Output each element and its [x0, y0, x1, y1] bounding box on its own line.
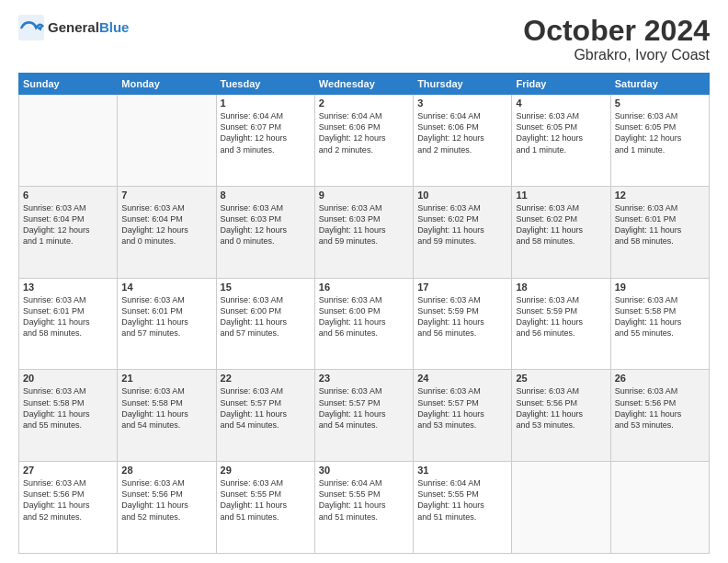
day-number: 25 [516, 373, 606, 384]
calendar-cell: 11Sunrise: 6:03 AM Sunset: 6:02 PM Dayli… [512, 186, 610, 278]
day-info: Sunrise: 6:03 AM Sunset: 6:05 PM Dayligh… [516, 110, 606, 155]
day-number: 17 [417, 282, 507, 293]
day-info: Sunrise: 6:03 AM Sunset: 6:03 PM Dayligh… [319, 202, 409, 247]
logo-general: General [48, 19, 99, 35]
calendar-week-row: 20Sunrise: 6:03 AM Sunset: 5:58 PM Dayli… [19, 370, 710, 462]
page-title: October 2024 [523, 15, 710, 47]
day-number: 27 [23, 465, 113, 476]
calendar-cell: 4Sunrise: 6:03 AM Sunset: 6:05 PM Daylig… [512, 95, 610, 187]
day-info: Sunrise: 6:03 AM Sunset: 5:58 PM Dayligh… [615, 294, 705, 339]
header-friday: Friday [512, 74, 610, 95]
calendar-cell: 15Sunrise: 6:03 AM Sunset: 6:00 PM Dayli… [216, 278, 314, 370]
day-number: 14 [121, 282, 211, 293]
day-number: 28 [121, 465, 211, 476]
day-number: 24 [417, 373, 507, 384]
day-info: Sunrise: 6:04 AM Sunset: 6:06 PM Dayligh… [319, 110, 409, 155]
day-number: 22 [221, 373, 311, 384]
day-info: Sunrise: 6:03 AM Sunset: 5:56 PM Dayligh… [23, 477, 113, 523]
day-number: 21 [121, 373, 211, 384]
day-number: 26 [615, 373, 705, 384]
calendar-cell: 9Sunrise: 6:03 AM Sunset: 6:03 PM Daylig… [314, 186, 413, 278]
calendar-cell: 25Sunrise: 6:03 AM Sunset: 5:56 PM Dayli… [512, 370, 610, 462]
calendar-cell: 19Sunrise: 6:03 AM Sunset: 5:58 PM Dayli… [610, 278, 709, 370]
logo-blue: Blue [99, 19, 130, 35]
calendar-cell: 20Sunrise: 6:03 AM Sunset: 5:58 PM Dayli… [19, 370, 118, 462]
day-info: Sunrise: 6:03 AM Sunset: 6:05 PM Dayligh… [615, 110, 705, 155]
day-info: Sunrise: 6:03 AM Sunset: 5:58 PM Dayligh… [23, 385, 113, 431]
day-info: Sunrise: 6:04 AM Sunset: 6:07 PM Dayligh… [221, 110, 311, 155]
day-number: 16 [319, 282, 409, 293]
calendar-cell: 16Sunrise: 6:03 AM Sunset: 6:00 PM Dayli… [314, 278, 413, 370]
day-info: Sunrise: 6:03 AM Sunset: 5:57 PM Dayligh… [417, 385, 507, 431]
day-number: 2 [319, 98, 409, 109]
day-info: Sunrise: 6:03 AM Sunset: 6:02 PM Dayligh… [516, 202, 606, 247]
day-info: Sunrise: 6:03 AM Sunset: 5:56 PM Dayligh… [121, 477, 211, 523]
calendar-cell: 18Sunrise: 6:03 AM Sunset: 5:59 PM Dayli… [512, 278, 610, 370]
calendar-cell: 29Sunrise: 6:03 AM Sunset: 5:55 PM Dayli… [216, 462, 314, 554]
calendar-cell: 7Sunrise: 6:03 AM Sunset: 6:04 PM Daylig… [118, 186, 216, 278]
day-info: Sunrise: 6:03 AM Sunset: 6:00 PM Dayligh… [319, 294, 409, 339]
calendar-week-row: 13Sunrise: 6:03 AM Sunset: 6:01 PM Dayli… [19, 278, 710, 370]
day-info: Sunrise: 6:03 AM Sunset: 5:56 PM Dayligh… [516, 385, 606, 431]
day-number: 23 [319, 373, 409, 384]
calendar-cell: 21Sunrise: 6:03 AM Sunset: 5:58 PM Dayli… [118, 370, 216, 462]
day-info: Sunrise: 6:04 AM Sunset: 5:55 PM Dayligh… [417, 477, 507, 523]
calendar-cell: 2Sunrise: 6:04 AM Sunset: 6:06 PM Daylig… [314, 95, 413, 187]
page: GeneralBlue October 2024 Gbrakro, Ivory … [0, 0, 728, 563]
day-number: 10 [417, 190, 507, 201]
day-number: 29 [221, 465, 311, 476]
calendar-header-row: Sunday Monday Tuesday Wednesday Thursday… [19, 74, 710, 95]
day-number: 4 [516, 98, 606, 109]
title-block: October 2024 Gbrakro, Ivory Coast [523, 15, 710, 63]
header-tuesday: Tuesday [216, 74, 314, 95]
day-info: Sunrise: 6:03 AM Sunset: 6:03 PM Dayligh… [221, 202, 311, 247]
day-info: Sunrise: 6:03 AM Sunset: 5:57 PM Dayligh… [221, 385, 311, 431]
day-number: 5 [615, 98, 705, 109]
day-number: 11 [516, 190, 606, 201]
calendar-week-row: 27Sunrise: 6:03 AM Sunset: 5:56 PM Dayli… [19, 462, 710, 554]
calendar-cell: 26Sunrise: 6:03 AM Sunset: 5:56 PM Dayli… [610, 370, 709, 462]
day-info: Sunrise: 6:03 AM Sunset: 6:01 PM Dayligh… [121, 294, 211, 339]
calendar-cell: 14Sunrise: 6:03 AM Sunset: 6:01 PM Dayli… [118, 278, 216, 370]
calendar-cell [512, 462, 610, 554]
calendar-cell: 31Sunrise: 6:04 AM Sunset: 5:55 PM Dayli… [414, 462, 512, 554]
day-number: 1 [221, 98, 311, 109]
day-number: 20 [23, 373, 113, 384]
header-thursday: Thursday [414, 74, 512, 95]
day-number: 9 [319, 190, 409, 201]
calendar-cell: 28Sunrise: 6:03 AM Sunset: 5:56 PM Dayli… [118, 462, 216, 554]
day-info: Sunrise: 6:03 AM Sunset: 5:59 PM Dayligh… [417, 294, 507, 339]
calendar-cell [610, 462, 709, 554]
calendar-cell: 23Sunrise: 6:03 AM Sunset: 5:57 PM Dayli… [314, 370, 413, 462]
day-info: Sunrise: 6:03 AM Sunset: 6:04 PM Dayligh… [23, 202, 113, 247]
calendar-cell [118, 95, 216, 187]
calendar-cell: 27Sunrise: 6:03 AM Sunset: 5:56 PM Dayli… [19, 462, 118, 554]
day-info: Sunrise: 6:03 AM Sunset: 6:00 PM Dayligh… [221, 294, 311, 339]
day-number: 31 [417, 465, 507, 476]
day-number: 19 [615, 282, 705, 293]
day-info: Sunrise: 6:03 AM Sunset: 5:55 PM Dayligh… [221, 477, 311, 523]
page-subtitle: Gbrakro, Ivory Coast [523, 47, 710, 63]
calendar-cell: 6Sunrise: 6:03 AM Sunset: 6:04 PM Daylig… [19, 186, 118, 278]
header-monday: Monday [118, 74, 216, 95]
day-number: 18 [516, 282, 606, 293]
day-number: 30 [319, 465, 409, 476]
day-number: 7 [121, 190, 211, 201]
day-info: Sunrise: 6:03 AM Sunset: 6:02 PM Dayligh… [417, 202, 507, 247]
day-info: Sunrise: 6:03 AM Sunset: 5:58 PM Dayligh… [121, 385, 211, 431]
day-info: Sunrise: 6:03 AM Sunset: 6:04 PM Dayligh… [121, 202, 211, 247]
calendar-cell [19, 95, 118, 187]
header-sunday: Sunday [19, 74, 118, 95]
calendar-cell: 12Sunrise: 6:03 AM Sunset: 6:01 PM Dayli… [610, 186, 709, 278]
calendar-cell: 3Sunrise: 6:04 AM Sunset: 6:06 PM Daylig… [414, 95, 512, 187]
calendar-cell: 17Sunrise: 6:03 AM Sunset: 5:59 PM Dayli… [414, 278, 512, 370]
calendar-week-row: 6Sunrise: 6:03 AM Sunset: 6:04 PM Daylig… [19, 186, 710, 278]
day-info: Sunrise: 6:03 AM Sunset: 5:57 PM Dayligh… [319, 385, 409, 431]
logo: GeneralBlue [18, 15, 129, 40]
calendar-cell: 24Sunrise: 6:03 AM Sunset: 5:57 PM Dayli… [414, 370, 512, 462]
calendar-cell: 10Sunrise: 6:03 AM Sunset: 6:02 PM Dayli… [414, 186, 512, 278]
calendar-cell: 13Sunrise: 6:03 AM Sunset: 6:01 PM Dayli… [19, 278, 118, 370]
day-number: 12 [615, 190, 705, 201]
calendar-cell: 22Sunrise: 6:03 AM Sunset: 5:57 PM Dayli… [216, 370, 314, 462]
day-number: 6 [23, 190, 113, 201]
